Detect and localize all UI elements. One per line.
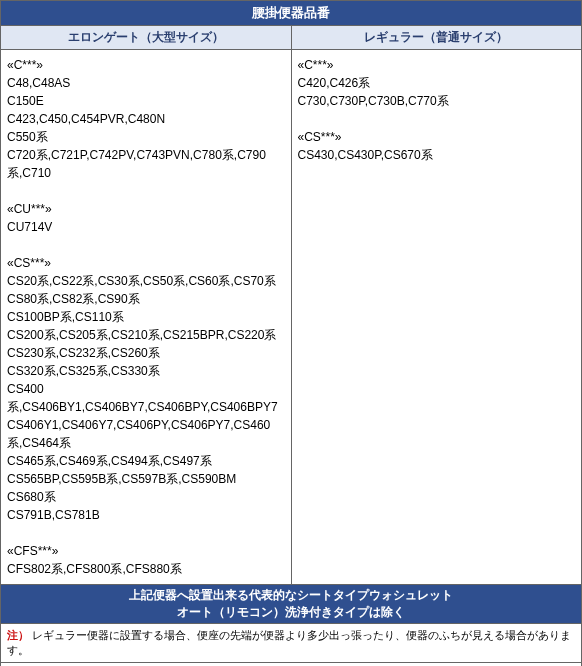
product-s: S TCF6543・6553 (192, 663, 383, 666)
washlet-band: 上記便器へ設置出来る代表的なシートタイプウォシュレット オート（リモコン）洗浄付… (1, 585, 582, 624)
band-line2: オート（リモコン）洗浄付きタイプは除く (1, 604, 581, 621)
elongate-cell: «C***»C48,C48ASC150EC423,C450,C454PVR,C4… (1, 50, 292, 585)
header-main: 腰掛便器品番 (1, 1, 582, 26)
product-apricot: アプリコット TCF4714・4724TCF4734・4744 (1, 663, 192, 666)
note-label: 注） (7, 629, 29, 641)
col-header-elongate: エロンゲート（大型サイズ） (1, 26, 292, 50)
note-row: 注） レギュラー便器に設置する場合、便座の先端が便器より多少出っ張ったり、便器の… (1, 623, 582, 662)
col-header-regular: レギュラー（普通サイズ） (291, 26, 582, 50)
band-line1: 上記便器へ設置出来る代表的なシートタイプウォシュレット (1, 587, 581, 604)
product-table: アプリコット TCF4714・4724TCF4734・4744 (1, 663, 581, 666)
note-text: レギュラー便器に設置する場合、便座の先端が便器より多少出っ張ったり、便器のふちが… (7, 629, 571, 656)
products-wrap: アプリコット TCF4714・4724TCF4734・4744 (1, 662, 582, 666)
toilet-compat-table: 腰掛便器品番 エロンゲート（大型サイズ） レギュラー（普通サイズ） «C***»… (0, 0, 582, 666)
product-sb: SB TCF6623 (384, 663, 581, 666)
regular-cell: «C***»C420,C426系C730,C730P,C730B,C770系 «… (291, 50, 582, 585)
